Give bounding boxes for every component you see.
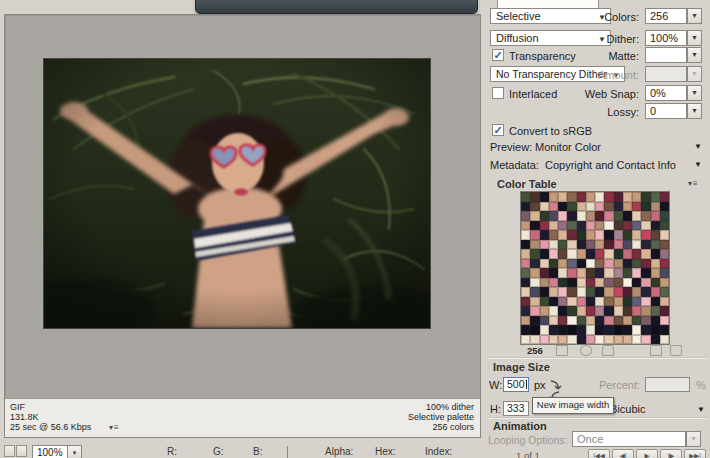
color-swatch[interactable] xyxy=(623,316,632,326)
color-swatch[interactable] xyxy=(632,230,641,240)
color-swatch[interactable] xyxy=(577,278,586,288)
color-swatch[interactable] xyxy=(586,325,595,335)
color-swatch[interactable] xyxy=(595,325,604,335)
play-button[interactable]: ▶ xyxy=(636,449,658,458)
color-swatch[interactable] xyxy=(549,278,558,288)
color-swatch[interactable] xyxy=(567,325,576,335)
quality-value[interactable]: Bicubic xyxy=(610,402,645,416)
color-swatch[interactable] xyxy=(558,259,567,269)
color-swatch[interactable] xyxy=(632,202,641,212)
color-swatch[interactable] xyxy=(614,192,623,202)
color-swatch[interactable] xyxy=(521,278,530,288)
color-swatch[interactable] xyxy=(540,306,549,316)
color-swatch[interactable] xyxy=(623,335,632,345)
color-swatch[interactable] xyxy=(595,202,604,212)
color-swatch[interactable] xyxy=(567,211,576,221)
color-swatch[interactable] xyxy=(586,211,595,221)
color-swatch[interactable] xyxy=(614,287,623,297)
color-table-menu-icon[interactable]: ▾≡ xyxy=(688,179,699,188)
color-swatch[interactable] xyxy=(660,268,669,278)
color-swatch[interactable] xyxy=(521,297,530,307)
color-swatch[interactable] xyxy=(577,192,586,202)
color-swatch[interactable] xyxy=(660,240,669,250)
color-swatch[interactable] xyxy=(530,240,539,250)
colors-dropdown-button[interactable]: ▼ xyxy=(687,8,702,24)
color-swatch[interactable] xyxy=(660,192,669,202)
color-swatch[interactable] xyxy=(632,278,641,288)
web-shift-icon[interactable] xyxy=(580,345,592,356)
color-swatch[interactable] xyxy=(586,278,595,288)
color-swatch[interactable] xyxy=(549,316,558,326)
color-swatch[interactable] xyxy=(595,259,604,269)
color-swatch[interactable] xyxy=(530,297,539,307)
color-swatch[interactable] xyxy=(614,259,623,269)
delete-color-icon[interactable] xyxy=(670,345,682,356)
color-swatch[interactable] xyxy=(521,230,530,240)
color-swatch[interactable] xyxy=(604,287,613,297)
color-swatch[interactable] xyxy=(604,221,613,231)
color-swatch[interactable] xyxy=(577,306,586,316)
dither-dropdown-button[interactable]: ▼ xyxy=(687,30,702,46)
color-swatch[interactable] xyxy=(540,297,549,307)
color-swatch[interactable] xyxy=(641,230,650,240)
color-swatch[interactable] xyxy=(586,202,595,212)
color-swatch[interactable] xyxy=(577,202,586,212)
color-swatch[interactable] xyxy=(549,240,558,250)
height-input[interactable]: 333 xyxy=(503,401,529,416)
color-swatch[interactable] xyxy=(577,325,586,335)
color-swatch[interactable] xyxy=(623,240,632,250)
color-swatch[interactable] xyxy=(558,306,567,316)
metadata-select-row[interactable]: Metadata: Copyright and Contact Info ▼ xyxy=(487,158,710,176)
interlaced-checkbox[interactable] xyxy=(492,87,504,99)
color-swatch[interactable] xyxy=(595,240,604,250)
color-swatch[interactable] xyxy=(577,297,586,307)
color-swatch[interactable] xyxy=(595,211,604,221)
color-swatch[interactable] xyxy=(586,249,595,259)
color-swatch[interactable] xyxy=(540,240,549,250)
color-swatch[interactable] xyxy=(641,192,650,202)
color-swatch[interactable] xyxy=(604,202,613,212)
color-swatch[interactable] xyxy=(521,325,530,335)
color-swatch[interactable] xyxy=(567,268,576,278)
color-swatch[interactable] xyxy=(660,249,669,259)
color-swatch[interactable] xyxy=(632,240,641,250)
color-swatch[interactable] xyxy=(604,278,613,288)
previous-frame-button[interactable]: ◀| xyxy=(612,449,634,458)
color-swatch[interactable] xyxy=(651,249,660,259)
preview-image[interactable] xyxy=(43,58,431,329)
color-swatch[interactable] xyxy=(604,268,613,278)
color-swatch[interactable] xyxy=(614,249,623,259)
color-swatch[interactable] xyxy=(540,325,549,335)
color-swatch[interactable] xyxy=(632,259,641,269)
color-swatch[interactable] xyxy=(614,230,623,240)
color-swatch[interactable] xyxy=(549,230,558,240)
color-swatch[interactable] xyxy=(595,335,604,345)
color-swatch[interactable] xyxy=(586,268,595,278)
color-swatch[interactable] xyxy=(604,211,613,221)
dither-field[interactable]: 100% xyxy=(645,30,687,46)
color-swatch[interactable] xyxy=(604,335,613,345)
color-swatch[interactable] xyxy=(641,259,650,269)
color-swatch[interactable] xyxy=(530,325,539,335)
color-swatch[interactable] xyxy=(660,306,669,316)
color-swatch[interactable] xyxy=(595,316,604,326)
color-swatch[interactable] xyxy=(558,287,567,297)
color-swatch[interactable] xyxy=(604,230,613,240)
color-swatch[interactable] xyxy=(604,249,613,259)
color-swatch[interactable] xyxy=(521,287,530,297)
color-swatch[interactable] xyxy=(558,297,567,307)
matte-field[interactable] xyxy=(645,47,687,63)
color-swatch[interactable] xyxy=(614,202,623,212)
color-swatch[interactable] xyxy=(567,297,576,307)
color-swatch[interactable] xyxy=(558,230,567,240)
color-swatch[interactable] xyxy=(521,192,530,202)
color-swatch[interactable] xyxy=(595,249,604,259)
color-swatch[interactable] xyxy=(604,240,613,250)
color-swatch[interactable] xyxy=(586,287,595,297)
color-swatch[interactable] xyxy=(586,297,595,307)
color-swatch[interactable] xyxy=(623,278,632,288)
color-swatch[interactable] xyxy=(530,249,539,259)
color-swatch[interactable] xyxy=(651,240,660,250)
color-swatch[interactable] xyxy=(558,249,567,259)
transparency-checkbox[interactable]: ✓ xyxy=(492,49,504,61)
